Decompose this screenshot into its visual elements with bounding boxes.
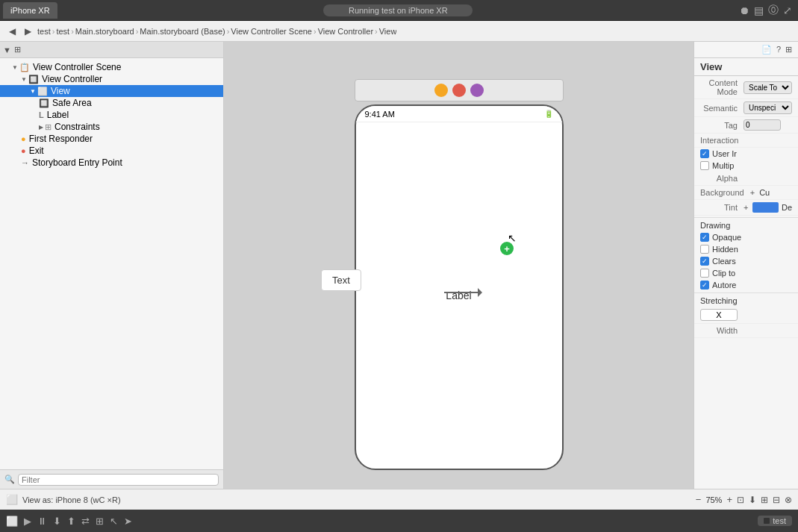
toolbar-down-icon[interactable]: ⬇ — [53, 516, 61, 527]
expand-icon: ▼ — [12, 64, 18, 71]
right-panel: 📄 ? ⊞ View Content Mode Scale To Semanti… — [693, 42, 798, 489]
clears-label: Clears — [712, 257, 736, 266]
tree-item-safe-area[interactable]: 🔲 Safe Area — [0, 97, 223, 109]
vc-icon: 🔲 — [28, 75, 39, 84]
scene-icon: 📋 — [19, 63, 30, 72]
label-icon: L — [39, 110, 44, 119]
status-time: 9:41 AM — [365, 110, 395, 119]
zoom-icon1[interactable]: ⊡ — [737, 495, 744, 505]
sidebar-icon[interactable]: ▤ — [754, 4, 764, 16]
background-plus[interactable]: + — [750, 188, 755, 197]
tint-plus[interactable]: + — [744, 203, 748, 212]
breadcrumb-main-base[interactable]: Main.storyboard (Base) — [140, 27, 225, 36]
x-input[interactable] — [700, 309, 738, 321]
clears-checkbox[interactable]: ✓ — [700, 257, 709, 266]
expand-icon-view: ▼ — [30, 88, 36, 95]
record-icon[interactable]: ⏺ — [739, 4, 749, 16]
toolbar-btn-red[interactable] — [452, 84, 466, 97]
test-label: test — [773, 516, 786, 525]
background-value: Cu — [759, 188, 792, 197]
left-panel: ▼ ⊞ ▼ 📋 View Controller Scene ▼ 🔲 View C… — [0, 42, 224, 489]
tree-item-view[interactable]: ▼ ⬜ View — [0, 85, 223, 97]
breadcrumb-view[interactable]: View — [379, 27, 397, 36]
vc-scene-label: View Controller Scene — [33, 62, 122, 72]
toolbar-pause-icon[interactable]: ⏸ — [37, 516, 47, 527]
entry-point-label: Storyboard Entry Point — [32, 157, 122, 168]
left-panel-icon2[interactable]: ⊞ — [14, 45, 21, 54]
tag-input[interactable] — [744, 119, 781, 131]
toolbar-play-icon[interactable]: ▶ — [24, 516, 31, 527]
sep6: › — [375, 27, 378, 36]
filter-icon: 🔍 — [4, 475, 15, 484]
filter-bar: 🔍 — [0, 469, 223, 489]
first-responder-icon: ● — [21, 134, 26, 143]
entry-point-icon: → — [21, 158, 29, 167]
library-icon[interactable]: ⓪ — [768, 4, 779, 17]
user-interaction-checkbox[interactable]: ✓ — [700, 149, 709, 158]
sep4: › — [227, 27, 230, 36]
toolbar-cursor-icon[interactable]: ↖ — [110, 516, 118, 527]
autore-checkbox[interactable]: ✓ — [700, 281, 709, 290]
panel-icon-grid[interactable]: ⊞ — [785, 45, 792, 54]
interaction-label: Interaction — [700, 136, 738, 145]
tree-item-constraints[interactable]: ▶ ⊞ Constraints — [0, 121, 223, 133]
opaque-checkbox[interactable]: ✓ — [700, 233, 709, 242]
toolbar-btn-purple[interactable] — [470, 84, 484, 97]
user-interaction-label: User Ir — [712, 149, 737, 158]
nav-back-button[interactable]: ◀ — [6, 25, 19, 38]
breadcrumb-test2[interactable]: test — [56, 27, 69, 36]
device-tab[interactable]: iPhone XR — [3, 2, 57, 19]
label-label: Label — [47, 110, 69, 120]
zoom-out-button[interactable]: − — [696, 494, 702, 505]
toolbar-up-icon[interactable]: ⬆ — [67, 516, 75, 527]
iphone-container: 9:41 AM 🔋 Label — [355, 79, 564, 470]
constraints-icon: ⊞ — [45, 122, 52, 132]
semantic-select[interactable]: Unspeci — [744, 101, 792, 114]
tree-item-entry-point[interactable]: → Storyboard Entry Point — [0, 157, 223, 169]
filter-input[interactable] — [18, 474, 219, 486]
toolbar-send-icon[interactable]: ➤ — [124, 516, 132, 527]
fullscreen-icon[interactable]: ⤢ — [783, 4, 792, 16]
stretching-section: Stretching — [694, 292, 798, 307]
iphone-toolbar — [355, 79, 564, 101]
multiple-touch-checkbox[interactable] — [700, 161, 709, 170]
toolbar-grid-icon[interactable]: ⊞ — [96, 516, 104, 527]
background-label: Background — [700, 188, 744, 197]
breadcrumb-vc[interactable]: View Controller — [318, 27, 373, 36]
zoom-icon2[interactable]: ⬇ — [749, 495, 756, 505]
nav-forward-button[interactable]: ▶ — [22, 25, 34, 38]
panel-icon-help[interactable]: ? — [776, 45, 781, 54]
left-panel-icon1[interactable]: ▼ — [3, 46, 11, 54]
iphone-content[interactable]: Label — [356, 122, 562, 469]
nav-bar: ◀ ▶ test › test › Main.storyboard › Main… — [0, 21, 798, 42]
zoom-icon5[interactable]: ⊗ — [785, 495, 792, 505]
tree-area: ▼ 📋 View Controller Scene ▼ 🔲 View Contr… — [0, 58, 223, 469]
breadcrumb-vc-scene[interactable]: View Controller Scene — [231, 27, 312, 36]
toolbar-arrows-icon[interactable]: ⇄ — [81, 516, 90, 527]
tree-item-first-responder[interactable]: ● First Responder — [0, 133, 223, 145]
content-mode-select[interactable]: Scale To — [744, 81, 792, 94]
tint-swatch[interactable] — [752, 202, 779, 213]
zoom-icon4[interactable]: ⊟ — [773, 495, 780, 505]
running-bar: Running test on iPhone XR — [57, 4, 739, 16]
clip-to-checkbox[interactable] — [700, 269, 709, 278]
tree-item-vc-scene[interactable]: ▼ 📋 View Controller Scene — [0, 61, 223, 73]
zoom-icon3[interactable]: ⊞ — [761, 495, 768, 505]
interaction-row: Interaction — [694, 134, 798, 148]
breadcrumb-main-storyboard[interactable]: Main.storyboard — [75, 27, 134, 36]
bottom-toolbar: ⬜ ▶ ⏸ ⬇ ⬆ ⇄ ⊞ ↖ ➤ test — [0, 510, 798, 532]
zoom-in-button[interactable]: + — [726, 494, 732, 505]
toolbar-square-icon[interactable]: ⬜ — [6, 516, 18, 527]
panel-icon-file[interactable]: 📄 — [761, 45, 772, 54]
hidden-checkbox[interactable] — [700, 245, 709, 254]
tint-value: De — [782, 203, 792, 212]
canvas-area[interactable]: 9:41 AM 🔋 Label Text ↖ + — [224, 42, 693, 489]
breadcrumb-test1[interactable]: test — [37, 27, 51, 36]
text-element[interactable]: Text — [321, 269, 361, 291]
bottom-bar: ⬜ View as: iPhone 8 (wC ×R) − 75% + ⊡ ⬇ … — [0, 489, 798, 510]
toolbar-btn-yellow[interactable] — [434, 84, 448, 97]
tree-item-label[interactable]: L Label — [0, 109, 223, 121]
tree-item-vc[interactable]: ▼ 🔲 View Controller — [0, 73, 223, 85]
tree-item-exit[interactable]: ● Exit — [0, 145, 223, 157]
test-badge[interactable]: test — [758, 516, 792, 526]
